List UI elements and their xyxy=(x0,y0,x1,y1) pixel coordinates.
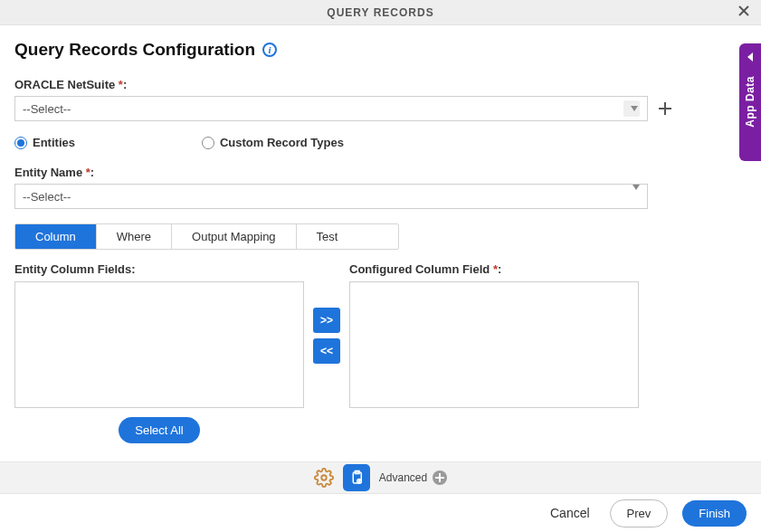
finish-button[interactable]: Finish xyxy=(682,500,747,527)
move-left-label: << xyxy=(320,345,333,357)
entity-column-fields-label: Entity Column Fields: xyxy=(14,262,304,276)
move-right-button[interactable]: >> xyxy=(313,308,340,333)
radio-icon xyxy=(202,137,214,149)
close-icon xyxy=(737,5,750,21)
oracle-netsuite-label: ORACLE NetSuite *: xyxy=(14,78,747,91)
entity-name-label-text: Entity Name xyxy=(14,166,86,179)
configured-column-field-label: Configured Column Field *: xyxy=(349,262,639,276)
oracle-label-text: ORACLE NetSuite xyxy=(14,78,119,91)
entity-column-fields-list[interactable] xyxy=(14,281,304,408)
cancel-button[interactable]: Cancel xyxy=(545,505,595,521)
move-right-label: >> xyxy=(320,314,333,327)
move-buttons: >> << xyxy=(313,308,340,364)
tab-column-label: Column xyxy=(35,230,76,243)
move-left-button[interactable]: << xyxy=(313,338,340,364)
oracle-netsuite-selected: --Select-- xyxy=(23,102,71,116)
radio-custom-record-types[interactable]: Custom Record Types xyxy=(202,136,344,149)
chevron-down-icon xyxy=(623,100,640,117)
finish-label: Finish xyxy=(699,507,730,520)
tab-where-label: Where xyxy=(117,230,151,243)
prev-button[interactable]: Prev xyxy=(610,499,669,527)
prev-label: Prev xyxy=(627,507,652,520)
close-button[interactable] xyxy=(734,3,754,23)
entity-name-selected: --Select-- xyxy=(23,190,71,204)
radio-entities-label: Entities xyxy=(33,136,75,149)
page-title: Query Records Configuration xyxy=(14,40,255,60)
app-data-side-tab[interactable]: App Data xyxy=(739,43,761,161)
svg-point-2 xyxy=(321,475,327,480)
dual-list: Entity Column Fields: Select All >> << C… xyxy=(14,262,747,443)
label-colon: : xyxy=(90,166,94,179)
tab-where[interactable]: Where xyxy=(97,224,172,249)
label-colon: : xyxy=(498,262,501,276)
chevron-down-icon xyxy=(627,190,640,204)
add-oracle-connection-button[interactable] xyxy=(657,100,673,117)
configured-column-field-label-text: Configured Column Field xyxy=(349,262,493,276)
configured-column-field-col: Configured Column Field *: xyxy=(349,262,639,408)
app-data-label: App Data xyxy=(744,76,756,128)
select-all-label: Select All xyxy=(135,423,183,437)
tab-test-label: Test xyxy=(317,230,338,243)
configured-column-field-list[interactable] xyxy=(349,281,639,408)
tab-column[interactable]: Column xyxy=(15,224,97,249)
entity-name-select[interactable]: --Select-- xyxy=(14,184,648,209)
svg-text:?: ? xyxy=(358,480,360,483)
label-colon: : xyxy=(123,78,127,91)
clipboard-icon[interactable]: ? xyxy=(343,464,370,491)
dialog-title: QUERY RECORDS xyxy=(327,6,433,19)
entity-name-label: Entity Name *: xyxy=(14,166,747,179)
entity-column-fields-col: Entity Column Fields: Select All xyxy=(14,262,304,443)
gear-icon[interactable] xyxy=(314,468,334,488)
tab-output-mapping-label: Output Mapping xyxy=(192,230,276,243)
tab-output-mapping[interactable]: Output Mapping xyxy=(172,224,297,249)
advanced-label: Advanced xyxy=(379,471,427,484)
titlebar: QUERY RECORDS xyxy=(0,0,761,25)
radio-entities[interactable]: Entities xyxy=(14,136,75,149)
bottom-toolbar: ? Advanced xyxy=(0,461,761,494)
tab-bar: Column Where Output Mapping Test xyxy=(14,223,399,250)
info-icon[interactable]: i xyxy=(262,43,277,57)
oracle-netsuite-select[interactable]: --Select-- xyxy=(14,96,648,121)
select-all-button[interactable]: Select All xyxy=(119,417,199,443)
radio-icon xyxy=(14,137,27,149)
content-area: Query Records Configuration i ORACLE Net… xyxy=(0,25,761,458)
record-type-radio-group: Entities Custom Record Types xyxy=(14,136,747,149)
radio-custom-label: Custom Record Types xyxy=(220,136,344,149)
plus-circle-icon xyxy=(433,470,447,485)
page-heading: Query Records Configuration i xyxy=(14,40,747,60)
advanced-toggle[interactable]: Advanced xyxy=(379,470,447,485)
cancel-label: Cancel xyxy=(550,506,590,520)
footer: Cancel Prev Finish xyxy=(0,494,761,532)
tab-test[interactable]: Test xyxy=(297,224,358,249)
chevron-left-icon xyxy=(747,52,753,62)
